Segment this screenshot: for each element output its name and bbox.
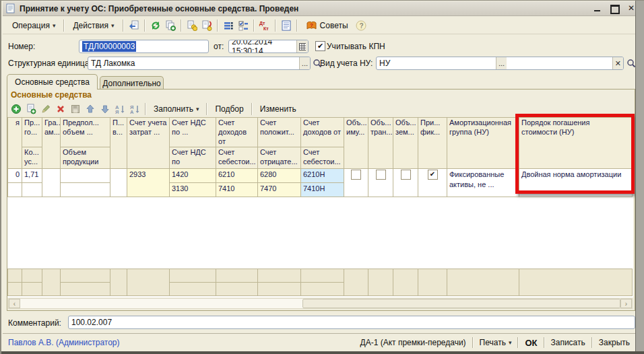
sort-desc-icon[interactable]: ЯА: [128, 102, 141, 116]
add-row-icon[interactable]: [9, 102, 23, 116]
delete-row-icon[interactable]: [54, 102, 67, 116]
header-cell: Счет НДС по: [170, 147, 216, 169]
totals-cell: [519, 269, 633, 296]
comment-input[interactable]: 100.02.007: [68, 316, 635, 329]
comment-label: Комментарий:: [8, 318, 61, 328]
grid-cell[interactable]: [42, 169, 61, 197]
unit-label: Структурная единица:: [8, 59, 92, 68]
grid-cell[interactable]: [8, 183, 22, 197]
help-icon[interactable]: ?: [354, 19, 368, 32]
move-down-icon[interactable]: [98, 102, 112, 116]
grid-cell[interactable]: 0: [8, 169, 22, 183]
tab-additional[interactable]: Дополнительно: [100, 76, 164, 90]
nu-select-button[interactable]: ...: [496, 57, 507, 69]
unpost-document-icon[interactable]: [200, 19, 214, 32]
date-input[interactable]: 20.02.2014 15:30:14: [228, 40, 309, 53]
grid-cell[interactable]: 1420: [170, 169, 216, 183]
grid-cell[interactable]: 6280: [258, 169, 301, 183]
scrollbar-thumb[interactable]: [302, 299, 620, 308]
advices-button[interactable]: ? Советы: [300, 17, 354, 34]
nu-clear-button[interactable]: ✕: [612, 57, 623, 69]
dt-kt-icon[interactable]: ДтКт: [258, 19, 271, 32]
maximize-button[interactable]: [608, 3, 620, 13]
post-document-icon[interactable]: [185, 19, 199, 32]
date-label: от:: [214, 42, 224, 51]
copy-new-icon[interactable]: [164, 19, 177, 32]
grid-cell[interactable]: Фиксированные активы, не ...: [447, 169, 519, 197]
unit-select-button[interactable]: ...: [299, 57, 310, 69]
grid-cell[interactable]: Двойная норма амортизации: [519, 169, 633, 197]
grid-cell[interactable]: 6210: [216, 169, 258, 183]
totals-cell: [22, 269, 42, 283]
transport-object-checkbox[interactable]: [376, 170, 386, 180]
property-object-checkbox[interactable]: [351, 170, 361, 180]
current-user-link[interactable]: Павлов А.В. (Администратор): [8, 338, 120, 347]
calendar-button[interactable]: [296, 40, 308, 52]
svg-text:?: ?: [310, 22, 313, 28]
grid-cell[interactable]: [22, 183, 42, 197]
header-cell: Счет доходов от: [301, 118, 344, 147]
end-edit-icon[interactable]: [69, 102, 82, 116]
header-cell: При... фик...: [418, 118, 447, 169]
grid-cell[interactable]: 3130: [170, 183, 216, 197]
edit-row-icon[interactable]: [39, 102, 53, 116]
journal-icon[interactable]: [280, 19, 293, 32]
fixed-assets-grid[interactable]: я Пр... го... Гра... ам... Предпол... об…: [7, 117, 633, 297]
move-up-icon[interactable]: [84, 102, 97, 116]
totals-cell: [216, 269, 258, 283]
minimize-button[interactable]: [591, 3, 604, 13]
da1-act-button[interactable]: ДА-1 (Акт премки-передачи): [354, 338, 472, 347]
write-close-icon[interactable]: [127, 19, 141, 32]
totals-cell: [258, 269, 301, 283]
change-button[interactable]: Изменить: [255, 102, 301, 116]
svg-text:Дт: Дт: [259, 21, 265, 26]
unit-input[interactable]: ТД Лакомка ...: [88, 57, 311, 70]
fill-menu-button[interactable]: Заполнить▾: [149, 102, 203, 116]
privileged-checkbox[interactable]: ✔: [428, 170, 438, 180]
number-input[interactable]: ТДЛ00000003: [79, 40, 209, 53]
refresh-icon[interactable]: [149, 19, 162, 32]
grid-cell[interactable]: [110, 169, 127, 197]
grid-cell[interactable]: 7410Н: [301, 183, 344, 197]
grid-cell[interactable]: [61, 183, 110, 197]
totals-cell: [22, 283, 42, 296]
grid-table: я Пр... го... Гра... ам... Предпол... об…: [7, 117, 633, 197]
scroll-left-button[interactable]: ‹: [9, 299, 20, 308]
toolbar-separator: [217, 20, 218, 32]
set-marks-icon[interactable]: [236, 19, 250, 32]
grid-cell[interactable]: 7410: [216, 183, 258, 197]
tab-fixed-assets[interactable]: Основные средства: [7, 74, 98, 90]
grid-cell[interactable]: 7470: [258, 183, 301, 197]
grid-cell[interactable]: 6210Н: [301, 169, 344, 183]
calendar-icon: [299, 43, 306, 50]
chevron-down-icon: ▾: [196, 106, 199, 112]
header-cell: Объ... тран...: [368, 118, 393, 169]
kpn-checkbox[interactable]: ✔: [315, 41, 325, 51]
scroll-right-button[interactable]: ›: [620, 299, 632, 308]
operation-menu-button[interactable]: Операция▾: [7, 18, 61, 33]
horizontal-scrollbar[interactable]: ‹ ›: [8, 298, 633, 309]
sort-asc-icon[interactable]: АЯ: [113, 102, 127, 116]
footer-buttons: ДА-1 (Акт премки-передачи) Печать▾ ОК За…: [354, 334, 636, 351]
document-window: Принятие к учету ОС: Приобретенные основ…: [0, 0, 644, 354]
print-menu-button[interactable]: Печать▾: [474, 338, 518, 347]
grid-cell[interactable]: 2933: [127, 169, 170, 197]
svg-text:Я: Я: [115, 109, 119, 114]
ok-button[interactable]: ОК: [519, 338, 543, 348]
copy-row-icon[interactable]: [24, 102, 38, 116]
grid-cell[interactable]: [61, 169, 110, 183]
totals-cell: [344, 269, 368, 296]
close-window-button[interactable]: Закрыть: [593, 338, 636, 347]
pick-button[interactable]: Подбор: [210, 102, 248, 116]
totals-cell: [301, 283, 344, 296]
land-object-checkbox[interactable]: [401, 170, 411, 180]
nu-kind-input[interactable]: НУ ... ✕: [376, 57, 624, 70]
grid-cell[interactable]: 1,71: [22, 169, 42, 183]
actions-menu-button[interactable]: Действия▾: [67, 18, 119, 33]
save-button[interactable]: Записать: [545, 338, 591, 347]
magnifier-icon: [626, 59, 636, 68]
document-movements-icon[interactable]: [222, 19, 235, 32]
comment-value: 100.02.007: [71, 318, 112, 327]
header-cell: Гра... ам...: [42, 118, 61, 169]
totals-cell: [61, 269, 110, 283]
